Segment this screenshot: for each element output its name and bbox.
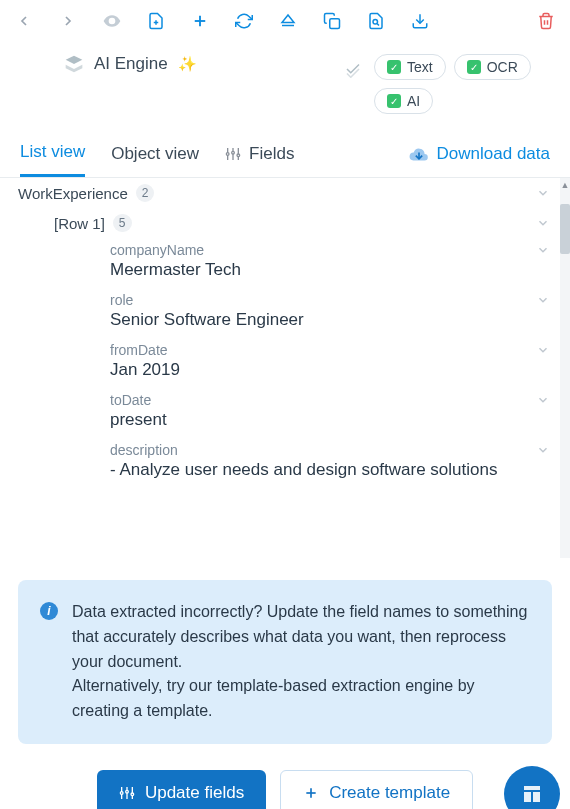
- action-row: Update fields Create template: [0, 744, 570, 809]
- engine-label: AI Engine: [94, 54, 168, 74]
- badge-ocr[interactable]: ✓ OCR: [454, 54, 531, 80]
- fab-button[interactable]: [504, 766, 560, 809]
- svg-point-30: [126, 790, 129, 793]
- svg-point-0: [110, 19, 113, 22]
- field-value[interactable]: Jan 2019: [110, 358, 550, 380]
- field-value[interactable]: Meermaster Tech: [110, 258, 550, 280]
- toolbar: [0, 0, 570, 36]
- stack-icon: [64, 54, 84, 74]
- badge-label: Text: [407, 59, 433, 75]
- search-file-icon[interactable]: [366, 11, 386, 31]
- field-toDate: toDate present: [54, 388, 570, 438]
- svg-point-20: [232, 151, 235, 154]
- svg-rect-7: [330, 19, 340, 29]
- badge-ai[interactable]: ✓ AI: [374, 88, 433, 114]
- group-workexperience[interactable]: WorkExperience 2: [18, 178, 570, 208]
- new-file-icon[interactable]: [146, 11, 166, 31]
- field-fromDate: fromDate Jan 2019: [54, 338, 570, 388]
- row-label: [Row 1]: [54, 215, 105, 232]
- info-alert: i Data extracted incorrectly? Update the…: [18, 580, 552, 744]
- download-label: Download data: [437, 144, 550, 164]
- refresh-icon[interactable]: [234, 11, 254, 31]
- info-line2: Alternatively, try our template-based ex…: [72, 677, 475, 719]
- field-value[interactable]: - Analyze user needs and design software…: [110, 458, 550, 480]
- tab-label: Fields: [249, 144, 294, 164]
- update-fields-button[interactable]: Update fields: [97, 770, 266, 809]
- chevron-down-icon[interactable]: [536, 186, 550, 200]
- badge-text[interactable]: ✓ Text: [374, 54, 446, 80]
- cloud-download-icon: [409, 146, 429, 162]
- badge-label: OCR: [487, 59, 518, 75]
- chevron-down-icon[interactable]: [536, 393, 550, 407]
- copy-icon[interactable]: [322, 11, 342, 31]
- info-text: Data extracted incorrectly? Update the f…: [72, 600, 530, 724]
- field-description: description - Analyze user needs and des…: [54, 438, 570, 488]
- scroll-up-icon[interactable]: ▲: [560, 180, 570, 190]
- trash-icon[interactable]: [536, 11, 556, 31]
- chevron-down-icon[interactable]: [536, 216, 550, 230]
- field-label: fromDate: [110, 342, 168, 358]
- check-icon: ✓: [467, 60, 481, 74]
- plus-icon: [303, 785, 319, 801]
- row-1[interactable]: [Row 1] 5: [54, 208, 570, 238]
- chevron-down-icon[interactable]: [536, 443, 550, 457]
- field-companyName: companyName Meermaster Tech: [54, 238, 570, 288]
- field-label: toDate: [110, 392, 151, 408]
- count-badge: 5: [113, 214, 132, 232]
- button-label: Update fields: [145, 783, 244, 803]
- field-label: description: [110, 442, 178, 458]
- check-icon: ✓: [387, 94, 401, 108]
- chevron-down-icon[interactable]: [536, 243, 550, 257]
- checkmark-icon: [344, 54, 362, 78]
- create-template-button[interactable]: Create template: [280, 770, 473, 809]
- info-icon: i: [40, 602, 58, 620]
- svg-marker-12: [66, 65, 83, 73]
- engine-row: AI Engine ✨ ✓ Text ✓ OCR ✓ AI: [0, 36, 570, 124]
- svg-line-9: [377, 24, 379, 26]
- scrollbar[interactable]: ▲: [560, 178, 570, 558]
- prev-icon: [14, 11, 34, 31]
- tab-label: List view: [20, 142, 85, 162]
- badge-label: AI: [407, 93, 420, 109]
- badge-group: ✓ Text ✓ OCR ✓ AI: [374, 54, 554, 114]
- field-value[interactable]: present: [110, 408, 550, 430]
- sliders-icon: [225, 146, 241, 162]
- svg-point-8: [373, 20, 378, 25]
- tabs: List view Object view Fields Download da…: [0, 124, 570, 178]
- scrollbar-thumb[interactable]: [560, 204, 570, 254]
- download-icon[interactable]: [410, 11, 430, 31]
- field-label: companyName: [110, 242, 204, 258]
- check-icon: ✓: [387, 60, 401, 74]
- chevron-down-icon[interactable]: [536, 293, 550, 307]
- chevron-down-icon[interactable]: [536, 343, 550, 357]
- tab-fields[interactable]: Fields: [225, 144, 294, 176]
- field-role: role Senior Software Engineer: [54, 288, 570, 338]
- svg-marker-5: [282, 15, 294, 23]
- svg-point-29: [120, 792, 123, 795]
- svg-point-19: [226, 152, 229, 155]
- sliders-icon: [119, 785, 135, 801]
- field-value[interactable]: Senior Software Engineer: [110, 308, 550, 330]
- tab-label: Object view: [111, 144, 199, 164]
- plus-icon[interactable]: [190, 11, 210, 31]
- svg-point-31: [131, 793, 134, 796]
- svg-marker-11: [66, 56, 83, 64]
- count-badge: 2: [136, 184, 155, 202]
- download-data-link[interactable]: Download data: [409, 144, 550, 176]
- tab-list-view[interactable]: List view: [20, 142, 85, 177]
- next-icon: [58, 11, 78, 31]
- button-label: Create template: [329, 783, 450, 803]
- visibility-icon[interactable]: [102, 11, 122, 31]
- tab-object-view[interactable]: Object view: [111, 144, 199, 176]
- info-line1: Data extracted incorrectly? Update the f…: [72, 603, 527, 670]
- field-label: role: [110, 292, 133, 308]
- sparkle-icon: ✨: [178, 55, 197, 73]
- svg-point-21: [237, 154, 240, 157]
- eject-icon[interactable]: [278, 11, 298, 31]
- group-name: WorkExperience: [18, 185, 128, 202]
- data-pane: ▲ WorkExperience 2 [Row 1] 5: [0, 178, 570, 558]
